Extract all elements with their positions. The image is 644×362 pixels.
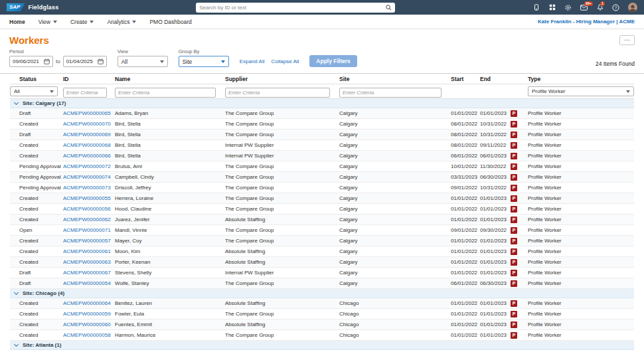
table-row[interactable]: Created ACMEPW00000057 Mayer, Coy The Co… (10, 236, 634, 246)
col-supplier[interactable]: Supplier (225, 76, 339, 82)
col-site[interactable]: Site (339, 76, 451, 82)
collapse-all-link[interactable]: Collapse All (271, 58, 299, 64)
worker-id-link[interactable]: ACMEPW00000065 (63, 110, 111, 116)
table-row[interactable]: Open ACMEPW00000071 Mandl, Vinnie The Co… (10, 225, 634, 236)
worker-id-link[interactable]: ACMEPW00000054 (63, 280, 111, 286)
table-row[interactable]: Draft ACMEPW00000069 Bird, Stella The Co… (10, 130, 634, 140)
table-row[interactable]: Created ACMEPW00000070 Bird, Stella The … (10, 119, 634, 130)
svg-text:?: ? (615, 5, 617, 9)
cell-name: Adams, Bryan (115, 110, 225, 116)
table-row[interactable]: Draft ACMEPW00000065 Adams, Bryan The Co… (10, 108, 634, 119)
cell-type: Profile Worker (528, 238, 634, 244)
cell-end: 01/01/2023 (480, 206, 511, 212)
chevron-down-icon[interactable] (14, 342, 19, 347)
group-label: Site: Chicago (4) (23, 290, 64, 296)
expand-all-link[interactable]: Expand All (240, 58, 265, 64)
table-row[interactable]: Pending Approval ACMEPW00000073 Driscoll… (10, 183, 634, 193)
period-from-input[interactable]: 09/06/2021 (9, 56, 53, 67)
table-row[interactable]: Created ACMEPW00000068 Bird, Stella Inte… (10, 140, 634, 151)
cell-end: 01/01/2023 (480, 238, 511, 244)
table-row[interactable]: Created ACMEPW00000060 Fuentes, Emmit Ab… (10, 319, 634, 330)
notifications-icon[interactable]: 1 (596, 4, 604, 11)
worker-id-link[interactable]: ACMEPW00000060 (63, 321, 111, 327)
profile-worker-badge: P (511, 311, 517, 317)
table-row[interactable]: Pending Approval ACMEPW00000074 Campbell… (10, 172, 634, 183)
worker-id-link[interactable]: ACMEPW00000064 (63, 300, 111, 306)
group-header[interactable]: Site: Calgary (17) (10, 99, 634, 108)
messages-icon[interactable]: 99+ (580, 4, 588, 11)
nav-create[interactable]: Create (70, 19, 94, 25)
id-filter-input[interactable] (63, 88, 107, 98)
nav-pmo-dashboard[interactable]: PMO Dashboard (149, 19, 191, 25)
col-name[interactable]: Name (115, 76, 225, 82)
worker-id-link[interactable]: ACMEPW00000067 (63, 270, 111, 276)
period-to-input[interactable]: 01/04/2025 (63, 56, 107, 67)
table-row[interactable]: Created ACMEPW00000059 Fowler, Eula The … (10, 309, 634, 319)
table-row[interactable]: Created ACMEPW00000058 Harmon, Maurice T… (10, 330, 634, 341)
nav-home[interactable]: Home (9, 19, 25, 25)
table-row[interactable]: Created ACMEPW00000064 Benitez, Lauren A… (10, 298, 634, 309)
worker-id-link[interactable]: ACMEPW00000061 (63, 248, 111, 254)
worker-id-link[interactable]: ACMEPW00000070 (63, 121, 111, 127)
apps-icon[interactable] (548, 4, 556, 11)
calendar-icon[interactable] (44, 58, 50, 64)
settings-icon[interactable] (564, 4, 572, 11)
worker-id-link[interactable]: ACMEPW00000066 (63, 153, 111, 159)
chevron-down-icon[interactable] (14, 100, 19, 105)
col-id[interactable]: ID (63, 76, 115, 82)
view-select[interactable]: All (118, 56, 168, 67)
worker-id-link[interactable]: ACMEPW00000059 (63, 311, 111, 317)
global-search[interactable] (196, 3, 395, 13)
status-filter-select[interactable]: All (10, 86, 58, 96)
group-header[interactable]: Site: Chicago (4) (10, 289, 634, 298)
group-header[interactable]: Site: Atlanta (1) (10, 341, 634, 350)
name-filter-input[interactable] (115, 88, 216, 98)
col-type[interactable]: Type (528, 76, 634, 82)
more-options-button[interactable]: ⋯ (619, 35, 635, 45)
worker-id-link[interactable]: ACMEPW00000074 (63, 174, 111, 180)
avatar[interactable] (628, 3, 637, 12)
group-by-select[interactable]: Site (179, 56, 229, 67)
worker-id-link[interactable]: ACMEPW00000069 (63, 132, 111, 137)
col-status[interactable]: Status (10, 76, 63, 82)
brand[interactable]: SAP Fieldglass (7, 3, 58, 11)
nav-view[interactable]: View (39, 19, 57, 25)
table-row[interactable]: Pending Approval ACMEPW00000072 Brutus, … (10, 161, 634, 172)
table-row[interactable]: Created ACMEPW00000063 Porter, Keenan Ab… (10, 257, 634, 268)
nav-analytics[interactable]: Analytics (107, 19, 136, 25)
worker-id-link[interactable]: ACMEPW00000056 (63, 206, 111, 212)
cell-end: 01/01/2023 (480, 195, 511, 201)
worker-id-link[interactable]: ACMEPW00000072 (63, 163, 111, 169)
calendar-icon[interactable] (98, 58, 104, 64)
worker-id-link[interactable]: ACMEPW00000058 (63, 332, 111, 338)
device-icon[interactable] (532, 4, 540, 11)
col-start[interactable]: Start (451, 76, 480, 82)
user-info[interactable]: Kate Franklin - Hiring Manager | ACME (538, 19, 635, 25)
worker-id-link[interactable]: ACMEPW00000055 (63, 195, 111, 201)
site-filter-input[interactable] (339, 88, 442, 98)
cell-name: Stevens, Shelly (115, 270, 225, 276)
table-row[interactable]: Created ACMEPW00000056 Hood, Claudine Th… (10, 204, 634, 215)
worker-id-link[interactable]: ACMEPW00000057 (63, 238, 111, 244)
worker-id-link[interactable]: ACMEPW00000062 (63, 217, 111, 223)
table-row[interactable]: Created ACMEPW00000061 Moon, Kim Absolut… (10, 246, 634, 257)
worker-id-link[interactable]: ACMEPW00000063 (63, 259, 111, 265)
col-end[interactable]: End (480, 76, 511, 82)
worker-id-link[interactable]: ACMEPW00000068 (63, 142, 111, 148)
table-row[interactable]: Created ACMEPW00000062 Juarez, Jenifer A… (10, 215, 634, 225)
chevron-down-icon[interactable] (14, 290, 19, 295)
cell-site: Calgary (339, 142, 451, 148)
search-input[interactable] (199, 5, 386, 11)
type-filter-select[interactable]: Profile Worker (528, 86, 634, 96)
table-row[interactable]: Draft ACMEPW00000054 Wolfe, Stanley The … (10, 278, 634, 289)
search-icon[interactable] (386, 1, 392, 13)
help-icon[interactable]: ? (612, 4, 619, 11)
apply-filters-button[interactable]: Apply Filters (309, 55, 357, 67)
supplier-filter-input[interactable] (225, 88, 330, 98)
group-label: Site: Atlanta (1) (23, 342, 61, 348)
worker-id-link[interactable]: ACMEPW00000071 (63, 227, 111, 233)
table-row[interactable]: Created ACMEPW00000066 Bird, Stella Inte… (10, 151, 634, 161)
worker-id-link[interactable]: ACMEPW00000073 (63, 185, 111, 191)
table-row[interactable]: Created ACMEPW00000055 Herrera, Loraine … (10, 193, 634, 204)
table-row[interactable]: Draft ACMEPW00000067 Stevens, Shelly Int… (10, 268, 634, 278)
